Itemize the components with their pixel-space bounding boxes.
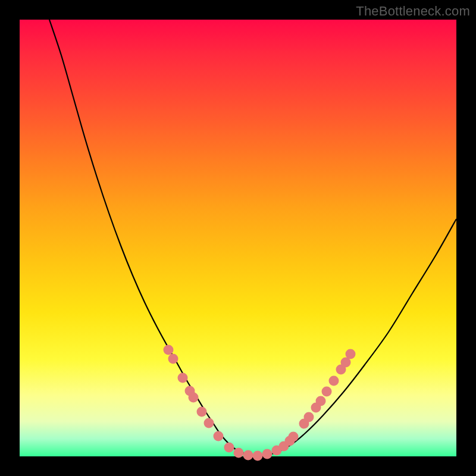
- data-dot: [224, 443, 234, 453]
- data-dot: [346, 349, 356, 359]
- chart-svg: [20, 20, 456, 456]
- data-dot: [189, 393, 199, 403]
- data-dot: [262, 449, 273, 459]
- data-dot: [289, 432, 299, 442]
- data-dot: [322, 387, 332, 397]
- data-dot: [304, 412, 314, 422]
- data-dots-group: [164, 345, 356, 461]
- watermark-text: TheBottleneck.com: [356, 4, 470, 19]
- bottleneck-curve: [49, 20, 456, 456]
- data-dot: [197, 407, 207, 417]
- data-dot: [168, 354, 178, 364]
- data-dot: [178, 373, 188, 383]
- data-dot: [164, 345, 174, 355]
- data-dot: [316, 396, 326, 406]
- data-dot: [329, 376, 339, 386]
- data-dot: [214, 431, 224, 441]
- data-dot: [204, 418, 214, 428]
- data-dot: [243, 450, 253, 461]
- chart-root: TheBottleneck.com: [0, 0, 476, 476]
- data-dot: [234, 448, 244, 458]
- data-dot: [253, 451, 263, 461]
